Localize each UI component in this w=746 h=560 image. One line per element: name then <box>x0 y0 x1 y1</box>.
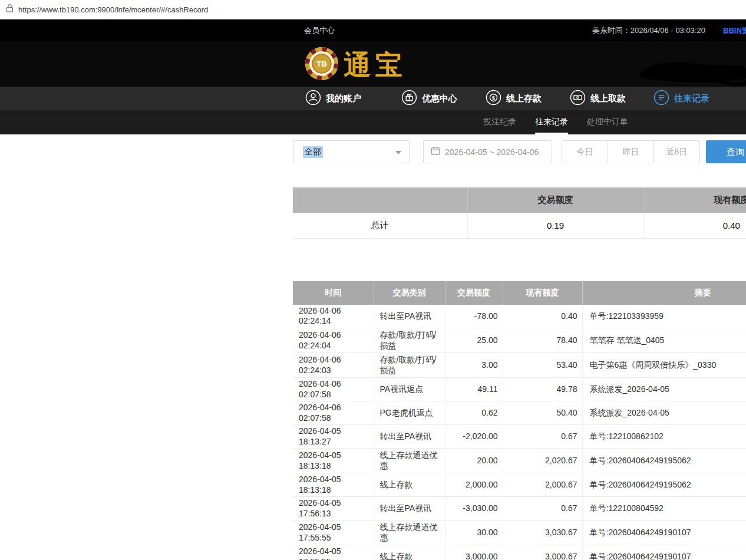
cell-summary: 单号:122100862102 <box>582 425 746 449</box>
cell-time: 2026-04-05 17:56:13 <box>293 497 374 521</box>
cell-balance: 0.40 <box>503 305 582 328</box>
topbar: 会员中心 美东时间：2026/04/06 - 03:03:20 BBIN资 <box>0 19 746 41</box>
cell-type: 线上存款通道优惠 <box>374 449 445 473</box>
cell-balance: 78.40 <box>503 328 582 353</box>
cell-amount: 20.00 <box>445 449 503 473</box>
cell-balance: 50.40 <box>503 401 582 425</box>
record-icon <box>653 90 669 108</box>
records-table: 时间 交易类别 交易额度 现有额度 摘要 2026-04-06 02:24:14… <box>293 281 746 560</box>
subnav-bet-records[interactable]: 投注纪录 <box>483 110 516 134</box>
cell-balance: 3,030.67 <box>503 521 582 545</box>
nav-item-records[interactable]: 往来记录 <box>653 87 709 110</box>
subnav-processing-orders[interactable]: 处理中订单 <box>587 110 628 134</box>
cell-amount: 30.00 <box>445 521 503 545</box>
last-8-days-button[interactable]: 近8日 <box>653 140 700 163</box>
cell-time: 2026-04-05 17:55:55 <box>293 545 374 560</box>
summary-total-label: 总计 <box>293 213 467 238</box>
table-row: 2026-04-05 18:13:27转出至PA视讯-2,020.000.67单… <box>293 425 746 449</box>
table-row: 2026-04-05 17:55:55线上存款通道优惠30.003,030.67… <box>293 521 746 545</box>
table-row: 2026-04-05 18:13:18线上存款2,000.002,000.67单… <box>293 473 746 497</box>
nav-item-deposit[interactable]: $ 线上存款 <box>486 87 542 110</box>
cell-balance: 3,000.67 <box>503 545 582 560</box>
cell-amount: 25.00 <box>445 328 503 353</box>
cell-time: 2026-04-05 18:13:18 <box>293 449 374 473</box>
cell-amount: 0.62 <box>445 401 503 425</box>
summary-header-transaction: 交易额度 <box>467 187 643 213</box>
cell-type: 线上存款通道优惠 <box>374 521 445 545</box>
summary-table: 交易额度 现有额度 总计 0.19 0.40 <box>293 187 746 239</box>
table-row: 2026-04-05 17:56:13转出至PA视讯-3,030.000.67单… <box>293 497 746 521</box>
cell-time: 2026-04-06 02:24:14 <box>293 305 374 328</box>
cell-type: 转出至PA视讯 <box>374 497 445 521</box>
svg-text:TB: TB <box>316 60 326 68</box>
browser-address-bar[interactable]: https://www.tb190.com:9900/infe/mcenter/… <box>0 0 746 19</box>
lock-icon <box>6 4 14 15</box>
svg-text:$: $ <box>492 94 495 100</box>
withdraw-money-icon <box>570 90 586 108</box>
url-text: https://www.tb190.com:9900/infe/mcenter/… <box>18 5 208 14</box>
subnav-cash-records[interactable]: 往来记录 <box>535 110 568 134</box>
summary-total-row: 总计 0.19 0.40 <box>293 213 746 238</box>
person-icon <box>305 90 321 108</box>
cell-summary: 系统派发_2026-04-05 <box>582 378 746 401</box>
cell-balance: 2,000.67 <box>503 473 582 497</box>
cell-amount: 3,000.00 <box>445 545 503 560</box>
cell-type: 转出至PA视讯 <box>374 305 445 328</box>
cell-summary: 单号:202604064249190107 <box>582 545 746 560</box>
col-header-time: 时间 <box>293 281 374 305</box>
cell-balance: 0.67 <box>503 497 582 521</box>
search-button[interactable]: 查询 <box>706 140 746 163</box>
nav-item-withdraw[interactable]: 线上取款 <box>570 87 626 110</box>
records-table-body: 2026-04-06 02:24:14转出至PA视讯-78.000.40单号:1… <box>293 305 746 560</box>
chevron-down-icon <box>395 151 401 154</box>
transaction-type-select[interactable]: 全部 <box>293 140 410 163</box>
cell-time: 2026-04-06 02:24:03 <box>293 353 374 378</box>
table-row: 2026-04-05 18:13:18线上存款通道优惠20.002,020.67… <box>293 449 746 473</box>
cell-time: 2026-04-06 02:24:04 <box>293 328 374 353</box>
cell-summary: 单号:202604064249195062 <box>582 449 746 473</box>
cell-summary: 单号:122103393959 <box>582 305 746 328</box>
us-time-label: 美东时间：2026/04/06 - 03:03:20 <box>592 19 705 41</box>
cell-type: 存款/取款/打码/损益 <box>374 328 445 353</box>
cell-summary: 单号:202604064249190107 <box>582 521 746 545</box>
poker-chip-icon: TB <box>305 47 339 83</box>
cell-amount: 2,000.00 <box>445 473 503 497</box>
cell-amount: 3.00 <box>445 353 503 378</box>
col-header-balance: 现有额度 <box>503 281 582 305</box>
nav-item-my-account[interactable]: 我的账户 <box>305 87 361 110</box>
brand-name: 通宝 <box>344 48 407 82</box>
cell-type: 线上存款 <box>374 473 445 497</box>
main-nav: 我的账户 优惠中心 $ 线上存款 <box>0 87 746 110</box>
bbin-link[interactable]: BBIN资 <box>723 19 746 41</box>
content-area: 全部 2026-04-05 ~ 2026-04-06 今日 昨日 近8日 查询 <box>293 140 746 560</box>
cell-time: 2026-04-05 17:55:55 <box>293 521 374 545</box>
filter-row: 全部 2026-04-05 ~ 2026-04-06 今日 昨日 近8日 查询 <box>293 140 746 163</box>
logo-band: TB 通宝 <box>0 41 746 87</box>
selected-type: 全部 <box>303 146 323 158</box>
cell-summary: 单号:202604064249195062 <box>582 473 746 497</box>
redaction-scribble <box>636 58 746 90</box>
table-row: 2026-04-06 02:24:14转出至PA视讯-78.000.40单号:1… <box>293 305 746 328</box>
nav-item-promotions[interactable]: 优惠中心 <box>401 87 457 110</box>
cell-time: 2026-04-06 02:07:58 <box>293 401 374 425</box>
gift-icon <box>401 90 417 108</box>
cell-type: PA视讯返点 <box>374 378 445 401</box>
cell-type: PG老虎机返点 <box>374 401 445 425</box>
yesterday-button[interactable]: 昨日 <box>608 140 654 163</box>
cell-time: 2026-04-05 18:13:27 <box>293 425 374 449</box>
cell-balance: 49.78 <box>503 378 582 401</box>
col-header-amount: 交易额度 <box>445 281 503 305</box>
cell-balance: 0.67 <box>503 425 582 449</box>
col-header-summary: 摘要 <box>582 281 746 305</box>
cell-amount: -78.00 <box>445 305 503 328</box>
deposit-coin-icon: $ <box>486 90 501 108</box>
col-header-type: 交易类别 <box>374 281 445 305</box>
summary-transaction-total: 0.19 <box>467 213 643 238</box>
cell-balance: 53.40 <box>503 353 582 378</box>
cell-amount: -3,030.00 <box>445 497 503 521</box>
cell-summary: 笔笔存 笔笔送_0405 <box>582 328 746 353</box>
table-row: 2026-04-06 02:24:04存款/取款/打码/损益25.0078.40… <box>293 328 746 353</box>
date-range-input[interactable]: 2026-04-05 ~ 2026-04-06 <box>423 140 552 163</box>
cell-type: 存款/取款/打码/损益 <box>374 353 445 378</box>
today-button[interactable]: 今日 <box>562 140 608 163</box>
